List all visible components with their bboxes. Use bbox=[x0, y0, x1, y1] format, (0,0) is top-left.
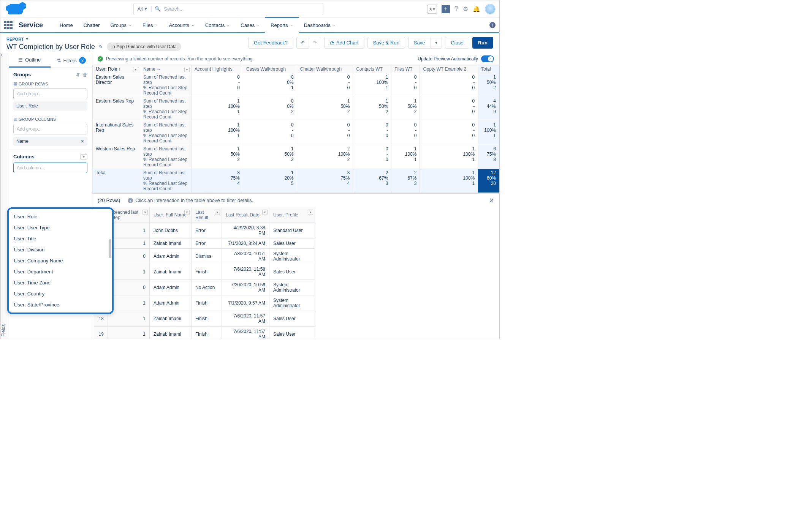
column-option[interactable]: User: Country bbox=[9, 288, 112, 299]
matrix-cell[interactable]: 2 100% 2 bbox=[297, 145, 353, 169]
detail-row[interactable]: 1Zainab ImamiFinish7/6/2020, 11:58 AMSal… bbox=[94, 264, 315, 280]
close-details-icon[interactable]: ✕ bbox=[489, 197, 494, 204]
matrix-cell[interactable]: 4 44% 9 bbox=[478, 97, 499, 121]
search-input[interactable] bbox=[161, 6, 323, 12]
edit-title-icon[interactable]: ✎ bbox=[99, 44, 103, 50]
column-option[interactable]: User: Time Zone bbox=[9, 277, 112, 288]
matrix-cell[interactable]: 0 - 0 bbox=[420, 121, 478, 145]
matrix-cell[interactable]: 0 - 0 bbox=[420, 73, 478, 97]
remove-chip-icon[interactable]: ✕ bbox=[81, 139, 84, 144]
nav-tab-accounts[interactable]: Accounts⌄ bbox=[163, 18, 200, 32]
detail-row[interactable]: 171Adam AdminFinish7/1/2020, 9:57 AMSyst… bbox=[94, 295, 315, 311]
nav-tab-files[interactable]: Files⌄ bbox=[137, 18, 163, 32]
matrix-col[interactable]: Chatter Walkthrough bbox=[297, 65, 353, 73]
role-cell[interactable]: Eastern Sales Director bbox=[93, 73, 140, 97]
filters-tab[interactable]: ⚗Filters2 bbox=[51, 53, 92, 68]
col-group-chip[interactable]: Name✕ bbox=[13, 137, 87, 146]
add-row-group-input[interactable] bbox=[13, 88, 87, 99]
matrix-col-total[interactable]: Total bbox=[478, 65, 499, 73]
matrix-col[interactable]: Files WT bbox=[391, 65, 420, 73]
undo-button[interactable]: ↶ bbox=[296, 37, 309, 49]
matrix-total-cell[interactable]: 2 67% 3 bbox=[391, 169, 420, 193]
matrix-cell[interactable]: 1 50% 2 bbox=[243, 145, 297, 169]
column-option[interactable]: User: Role bbox=[9, 211, 112, 222]
close-button[interactable]: Close bbox=[445, 37, 469, 49]
matrix-col[interactable]: Cases Walkthrough bbox=[243, 65, 297, 73]
row-header-cell[interactable]: User: Role ↑▼ bbox=[93, 65, 140, 73]
notifications-icon[interactable]: 🔔 bbox=[473, 5, 480, 13]
matrix-cell[interactable]: 1 100% 1 bbox=[353, 73, 391, 97]
matrix-cell[interactable]: 1 50% 2 bbox=[192, 145, 243, 169]
column-option[interactable]: User: Company Name bbox=[9, 255, 112, 266]
matrix-cell[interactable]: 0 - 0 bbox=[391, 73, 420, 97]
matrix-col[interactable]: Contacts WT bbox=[353, 65, 391, 73]
detail-row[interactable]: 1Zainab ImamiError7/1/2020, 8:24 AMSales… bbox=[94, 238, 315, 249]
col-header-cell[interactable]: Name →▼ bbox=[140, 65, 192, 73]
detail-col[interactable]: Last Result Date▼ bbox=[222, 207, 269, 223]
matrix-cell[interactable]: 1 50% 2 bbox=[353, 97, 391, 121]
columns-menu-button[interactable]: ▼ bbox=[80, 154, 87, 159]
add-column-input[interactable] bbox=[13, 163, 87, 173]
matrix-total-cell[interactable]: 3 75% 4 bbox=[192, 169, 243, 193]
matrix-cell[interactable]: 1 50% 2 bbox=[391, 97, 420, 121]
detail-col[interactable]: User: Full Name▼ bbox=[150, 207, 192, 223]
matrix-total-cell[interactable]: 12 60% 20 bbox=[478, 169, 499, 193]
matrix-cell[interactable]: 0 - 0 bbox=[353, 121, 391, 145]
detail-col[interactable]: Reached last step▼ bbox=[108, 207, 150, 223]
matrix-total-cell[interactable]: 2 67% 3 bbox=[353, 169, 391, 193]
user-avatar[interactable] bbox=[485, 4, 496, 14]
nav-tab-chatter[interactable]: Chatter bbox=[78, 18, 105, 32]
nav-info-icon[interactable]: i bbox=[489, 22, 496, 28]
matrix-total-cell[interactable]: 1 100% 1 bbox=[420, 169, 478, 193]
matrix-cell[interactable]: 1 50% 2 bbox=[297, 97, 353, 121]
global-add-button[interactable]: ＋ bbox=[442, 5, 450, 13]
global-search[interactable]: All▼ 🔍 bbox=[133, 3, 323, 15]
outline-tab[interactable]: ☰Outline bbox=[9, 53, 51, 68]
nav-tab-cases[interactable]: Cases⌄ bbox=[235, 18, 265, 32]
matrix-col[interactable]: Oppty WT Example 2 bbox=[420, 65, 478, 73]
popup-scrollbar[interactable] bbox=[109, 239, 111, 258]
nav-tab-home[interactable]: Home bbox=[54, 18, 78, 32]
add-chart-button[interactable]: ◔Add Chart bbox=[324, 37, 364, 49]
nav-tab-reports[interactable]: Reports⌄ bbox=[265, 18, 299, 32]
column-option[interactable]: User: State/Province bbox=[9, 299, 112, 310]
swap-groups-icon[interactable]: ⇵ bbox=[76, 72, 80, 77]
add-col-group-input[interactable] bbox=[13, 124, 87, 134]
matrix-cell[interactable]: 1 50% 2 bbox=[478, 73, 499, 97]
nav-tab-groups[interactable]: Groups⌄ bbox=[105, 18, 137, 32]
matrix-cell[interactable]: 0 0% 2 bbox=[243, 97, 297, 121]
nav-tab-contacts[interactable]: Contacts⌄ bbox=[200, 18, 235, 32]
setup-gear-icon[interactable]: ⚙ bbox=[463, 5, 468, 13]
nav-tab-dashboards[interactable]: Dashboards⌄ bbox=[299, 18, 341, 32]
report-type-label[interactable]: REPORT▼ bbox=[6, 37, 181, 41]
matrix-cell[interactable]: 0 - 0 bbox=[353, 145, 391, 169]
matrix-cell[interactable]: 0 - 0 bbox=[297, 73, 353, 97]
save-run-button[interactable]: Save & Run bbox=[367, 37, 405, 49]
matrix-cell[interactable]: 0 - 0 bbox=[243, 121, 297, 145]
role-cell[interactable]: Western Sales Rep bbox=[93, 145, 140, 169]
favorites-button[interactable]: ★▾ bbox=[427, 5, 437, 14]
detail-row[interactable]: 160Adam AdminNo Action7/20/2020, 10:56 A… bbox=[94, 280, 315, 295]
matrix-col[interactable]: Account Highlights bbox=[192, 65, 243, 73]
detail-row[interactable]: 1John DobbsError4/29/2020, 3:38 PMStanda… bbox=[94, 223, 315, 238]
matrix-cell[interactable]: 1 100% 1 bbox=[192, 97, 243, 121]
detail-row[interactable]: 181Zainab ImamiFinish7/6/2020, 11:57 AMS… bbox=[94, 311, 315, 327]
detail-col[interactable]: User: Profile▼ bbox=[269, 207, 315, 223]
matrix-cell[interactable]: 1 100% 1 bbox=[478, 121, 499, 145]
matrix-cell[interactable]: 0 - 0 bbox=[420, 97, 478, 121]
app-launcher-icon[interactable] bbox=[4, 21, 13, 29]
detail-row[interactable]: 0Adam AdminDismiss7/8/2020, 10:51 AMSyst… bbox=[94, 249, 315, 264]
matrix-cell[interactable]: 0 - 0 bbox=[391, 121, 420, 145]
matrix-cell[interactable]: 0 - 0 bbox=[192, 73, 243, 97]
matrix-cell[interactable]: 0 - 0 bbox=[297, 121, 353, 145]
col-menu-icon[interactable]: ▼ bbox=[133, 67, 138, 72]
search-scope-dropdown[interactable]: All▼ bbox=[134, 6, 152, 12]
help-icon[interactable]: ? bbox=[454, 5, 458, 13]
row-group-chip[interactable]: User: Role bbox=[13, 101, 87, 111]
feedback-button[interactable]: Got Feedback? bbox=[248, 37, 293, 49]
column-option[interactable]: User: User Type bbox=[9, 222, 112, 233]
matrix-cell[interactable]: 6 75% 8 bbox=[478, 145, 499, 169]
matrix-cell[interactable]: 1 100% 1 bbox=[420, 145, 478, 169]
matrix-total-cell[interactable]: 3 75% 4 bbox=[297, 169, 353, 193]
detail-col[interactable]: Last Result▼ bbox=[192, 207, 222, 223]
